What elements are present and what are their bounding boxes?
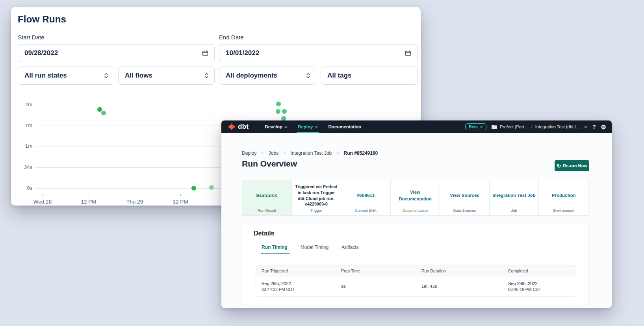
- data-sources-card: View Sources Data Sources: [440, 180, 490, 215]
- breadcrumb-separator: >: [261, 151, 264, 156]
- col-completed: Completed: [503, 269, 576, 273]
- x-axis-tick-label: Thu 29: [121, 199, 148, 205]
- nav-deploy-label: Deploy: [298, 124, 313, 129]
- breadcrumb: Deploy > Jobs > Integration Test Job > R…: [242, 150, 378, 156]
- y-axis-tick-label: 0s: [11, 185, 32, 191]
- flow-run-point[interactable]: [97, 107, 102, 112]
- y-axis-tick-label: 2m: [11, 102, 32, 107]
- x-axis-tick-label: Wed 28: [29, 199, 56, 205]
- cell-run-triggered: Sep 28th, 2022 03:44:22 PM CDT: [256, 281, 336, 293]
- x-axis-tick: [180, 194, 181, 196]
- tab-run-timing[interactable]: Run Timing: [262, 245, 288, 254]
- environment-label: Environment: [539, 208, 588, 213]
- rerun-now-label: Re-run Now: [563, 163, 587, 168]
- col-run-triggered: Run Triggered: [256, 269, 336, 273]
- view-sources-link[interactable]: View Sources: [450, 192, 479, 198]
- chevron-down-icon: [284, 126, 288, 128]
- flow-run-point[interactable]: [276, 102, 281, 106]
- table-row: Sep 28th, 2022 03:44:22 PM CDT 9s 1m, 43…: [256, 276, 576, 296]
- cell-prep-time: 9s: [336, 283, 416, 289]
- dbt-logo-text: dbt: [238, 123, 249, 131]
- nav-develop[interactable]: Develop: [260, 120, 293, 133]
- breadcrumb-deploy[interactable]: Deploy: [242, 150, 256, 156]
- run-result-label: Run Result: [242, 208, 291, 213]
- x-axis-tick: [135, 194, 135, 196]
- details-title: Details: [254, 230, 274, 237]
- dbt-navbar: dbt Develop Deploy Documentation Beta Pr…: [221, 120, 612, 133]
- y-axis-tick-label: 1m: [11, 143, 32, 149]
- x-axis-tick: [43, 194, 43, 196]
- details-tabs: Run Timing Model Timing Artifacts: [262, 245, 359, 254]
- nav-develop-label: Develop: [265, 124, 282, 129]
- folder-icon: [492, 125, 497, 129]
- run-result-value: Success: [256, 193, 278, 198]
- documentation-card: View Documentation Documentation: [391, 180, 440, 215]
- environment-name: Integration Test (dbt L…: [535, 124, 581, 129]
- breadcrumb-jobs[interactable]: Jobs: [269, 150, 278, 156]
- flow-run-point[interactable]: [282, 109, 287, 114]
- dbt-logo[interactable]: dbt: [228, 123, 249, 131]
- y-axis-tick-label: 1m: [11, 122, 32, 128]
- completed-time: 03:46:16 PM CDT: [508, 287, 576, 293]
- flow-run-point[interactable]: [101, 111, 106, 115]
- flow-run-point[interactable]: [276, 109, 280, 114]
- x-axis-tick-label: 12 PM: [75, 199, 102, 205]
- run-summary-cards: Success Run Result Triggered via Prefect…: [242, 180, 589, 216]
- trigger-value: Triggered via Prefect in task run Trigge…: [295, 184, 338, 207]
- y-axis-tick-label: 34s: [11, 164, 32, 170]
- nav-documentation[interactable]: Documentation: [323, 120, 366, 133]
- breadcrumb-separator: >: [283, 151, 286, 156]
- flow-run-point[interactable]: [191, 186, 196, 191]
- data-sources-label: Data Sources: [440, 208, 489, 213]
- col-prep-time: Prep Time: [336, 269, 416, 273]
- job-link[interactable]: Integration Test Job: [493, 192, 536, 198]
- run-result-card: Success Run Result: [242, 180, 292, 215]
- run-triggered-time: 03:44:22 PM CDT: [262, 287, 336, 293]
- rerun-now-button[interactable]: ↻ Re-run Now: [555, 160, 589, 171]
- documentation-label: Documentation: [391, 208, 440, 213]
- nav-documentation-label: Documentation: [328, 124, 361, 129]
- project-separator: /: [531, 124, 533, 129]
- x-axis-tick-label: 12 PM: [167, 199, 194, 205]
- beta-label: Beta: [469, 124, 478, 129]
- chevron-down-icon: [480, 126, 483, 128]
- x-axis-tick: [89, 194, 89, 196]
- project-switcher[interactable]: Prefect (Part… / Integration Test (dbt L…: [492, 124, 587, 129]
- project-name: Prefect (Part…: [500, 124, 529, 129]
- dbt-logo-icon: [228, 123, 236, 131]
- commit-sha-card: #6b86c1 Commit SHA: [341, 180, 391, 215]
- breadcrumb-run: Run #85249160: [344, 150, 378, 156]
- breadcrumb-job[interactable]: Integration Test Job: [291, 150, 332, 156]
- gear-icon[interactable]: ⚙: [601, 124, 606, 130]
- refresh-icon: ↻: [557, 163, 561, 169]
- nav-deploy[interactable]: Deploy: [293, 120, 323, 133]
- environment-card: Production Environment: [539, 180, 588, 215]
- view-documentation-link[interactable]: View Documentation: [397, 189, 433, 202]
- tab-artifacts[interactable]: Artifacts: [341, 245, 358, 254]
- run-timing-table: Run Triggered Prep Time Run Duration Com…: [256, 265, 576, 297]
- job-label: Job: [490, 208, 539, 213]
- trigger-card: Triggered via Prefect in task run Trigge…: [292, 180, 341, 215]
- chevron-down-icon: [315, 126, 318, 128]
- tab-model-timing[interactable]: Model Timing: [301, 245, 328, 254]
- commit-sha-link[interactable]: #6b86c1: [357, 192, 375, 198]
- environment-link[interactable]: Production: [552, 192, 576, 198]
- commit-sha-label: Commit SHA: [341, 208, 390, 213]
- breadcrumb-separator: >: [336, 151, 339, 156]
- completed-date: Sep 28th, 2022: [508, 281, 576, 287]
- trigger-label: Trigger: [292, 208, 341, 213]
- table-header-row: Run Triggered Prep Time Run Duration Com…: [256, 265, 576, 276]
- run-triggered-date: Sep 28th, 2022: [262, 281, 336, 287]
- help-icon[interactable]: ?: [592, 124, 596, 130]
- job-card: Integration Test Job Job: [490, 180, 539, 215]
- cell-run-duration: 1m, 43s: [416, 283, 503, 289]
- col-run-duration: Run Duration: [416, 269, 503, 273]
- chevron-down-icon: [584, 126, 587, 128]
- cell-completed: Sep 28th, 2022 03:46:16 PM CDT: [503, 281, 576, 293]
- dbt-cloud-window: dbt Develop Deploy Documentation Beta Pr…: [221, 120, 612, 308]
- flow-run-point[interactable]: [209, 185, 214, 190]
- beta-badge[interactable]: Beta: [465, 123, 486, 130]
- details-card: Details Run Timing Model Timing Artifact…: [242, 223, 589, 305]
- chart-gridline: [35, 105, 415, 105]
- run-overview-title: Run Overview: [242, 159, 297, 169]
